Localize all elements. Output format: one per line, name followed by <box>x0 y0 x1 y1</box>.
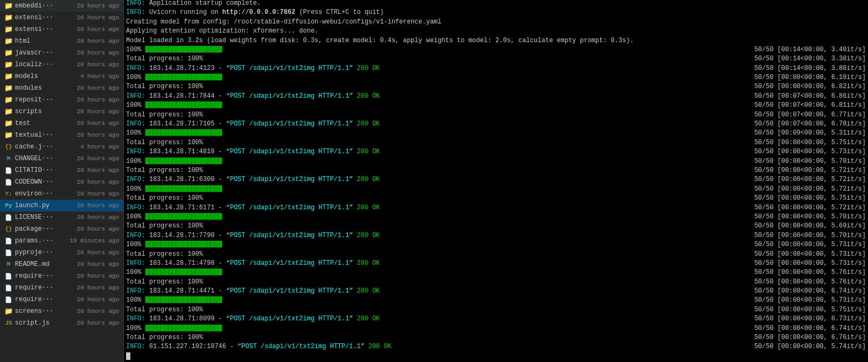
file-name: require··· <box>15 272 75 280</box>
sidebar-item-localiz[interactable]: 📁localiz···20 hours ago <box>0 59 123 70</box>
sidebar-item-modules[interactable]: 📁modules20 hours ago <box>0 82 123 94</box>
sidebar-item-cache[interactable]: {}cache.j···4 hours ago <box>0 141 123 153</box>
sidebar-item-launch[interactable]: Pylaunch.py20 hours ago <box>0 200 123 211</box>
sidebar-item-package1[interactable]: {}package···20 hours ago <box>0 223 123 235</box>
sidebar-item-javascr[interactable]: 📁javascr···20 hours ago <box>0 47 123 59</box>
file-time: 20 hours ago <box>77 226 119 232</box>
terminal-line: INFO: 183.14.28.71:4471 - “POST /sdapi/v… <box>126 287 866 296</box>
terminal-line: INFO: 183.14.28.71:7105 - “POST /sdapi/v… <box>126 120 866 129</box>
file-name: textual··· <box>15 131 75 139</box>
terminal-line: Total progress: 100%50/50 [00:08<00:00, … <box>126 333 866 342</box>
terminal-line: INFO: 183.14.28.71:4810 - “POST /sdapi/v… <box>126 147 866 156</box>
file-time: 20 hours ago <box>77 61 119 68</box>
file-time: 20 hours ago <box>77 285 119 291</box>
terminal-line: INFO: 61.151.227.102:18746 - “POST /sdap… <box>126 342 866 351</box>
sidebar-item-models[interactable]: 📁models4 hours ago <box>0 70 123 82</box>
sidebar-item-scripts[interactable]: 📁scripts20 hours ago <box>0 106 123 117</box>
file-name: package··· <box>15 225 75 233</box>
sidebar-item-html[interactable]: 📁html20 hours ago <box>0 35 123 47</box>
folder-icon: 📁 <box>4 84 13 92</box>
sidebar-item-screens[interactable]: 📁screens···20 hours ago <box>0 305 123 317</box>
file-time: 4 hours ago <box>80 73 119 80</box>
env-icon: Y: <box>4 190 13 198</box>
sidebar-item-pyproje[interactable]: 📄pyproje···20 hours ago <box>0 247 123 258</box>
file-time: 19 minutes ago <box>70 238 119 244</box>
file-time: 20 hours ago <box>77 155 119 162</box>
terminal-output: 2023-12-13 05:56:27.177 - ControlNet - I… <box>124 0 868 362</box>
file-name: launch.py <box>15 202 75 209</box>
terminal-line: INFO: Application startup complete. <box>126 0 866 8</box>
file-time: 20 hours ago <box>77 214 119 221</box>
file-time: 20 hours ago <box>77 308 119 314</box>
js-icon: JS <box>4 319 13 327</box>
terminal-line: 100% ████████████████████50/50 [00:08<00… <box>126 73 866 82</box>
file-icon: 📄 <box>4 166 13 175</box>
file-time: 20 hours ago <box>77 249 119 256</box>
sidebar-item-codeown[interactable]: 📄CODEOWN···20 hours ago <box>0 176 123 188</box>
file-name: modules <box>15 84 75 92</box>
terminal-line: 100% ████████████████████50/50 [00:08<00… <box>126 213 866 222</box>
sidebar-item-params[interactable]: 📄params.···19 minutes ago <box>0 235 123 247</box>
file-name: javascr··· <box>15 49 75 57</box>
file-time: 20 hours ago <box>77 167 119 174</box>
sidebar-item-require1[interactable]: 📄require···20 hours ago <box>0 270 123 282</box>
file-name: cache.j··· <box>15 143 78 151</box>
file-name: html <box>15 37 75 45</box>
file-time: 20 hours ago <box>77 296 119 303</box>
folder-icon: 📁 <box>4 25 13 34</box>
folder-icon: 📁 <box>4 119 13 128</box>
file-icon: 📄 <box>4 272 13 280</box>
sidebar-item-readme[interactable]: MREADME.md20 hours ago <box>0 258 123 270</box>
py-icon: Py <box>4 201 13 210</box>
file-time: 20 hours ago <box>77 97 119 103</box>
sidebar-item-changel[interactable]: MCHANGEL···20 hours ago <box>0 153 123 164</box>
terminal-line: Total progress: 100%50/50 [00:08<00:00, … <box>126 194 866 203</box>
file-name: require··· <box>15 296 75 303</box>
file-name: reposit··· <box>15 96 75 104</box>
sidebar-item-test[interactable]: 📁test20 hours ago <box>0 117 123 129</box>
file-name: test <box>15 120 75 127</box>
file-name: CHANGEL··· <box>15 155 75 162</box>
file-name: script.js <box>15 319 75 327</box>
terminal-line: Creating model from config: /root/stable… <box>126 18 866 27</box>
terminal-line: 100% ████████████████████50/50 [00:08<00… <box>126 157 866 166</box>
folder-icon: 📁 <box>4 13 13 22</box>
file-time: 20 hours ago <box>77 261 119 267</box>
json-icon: {} <box>4 225 13 233</box>
terminal-line: INFO: 183.14.28.71:6171 - “POST /sdapi/v… <box>126 203 866 213</box>
file-name: LICENSE··· <box>15 214 75 221</box>
file-time: 20 hours ago <box>77 320 119 326</box>
sidebar-item-require3[interactable]: 📄require···20 hours ago <box>0 294 123 305</box>
terminal-line: 100% ████████████████████50/50 [00:14<00… <box>126 45 866 54</box>
terminal-line: 100% ████████████████████50/50 [00:08<00… <box>126 240 866 249</box>
file-name: README.md <box>15 261 75 268</box>
terminal-line: INFO: 183.14.28.71:8099 - “POST /sdapi/v… <box>126 314 866 324</box>
sidebar-item-license[interactable]: 📄LICENSE···20 hours ago <box>0 211 123 223</box>
file-time: 20 hours ago <box>77 132 119 138</box>
terminal-cursor <box>126 352 866 361</box>
md-icon: M <box>4 154 13 163</box>
sidebar-item-extensi2[interactable]: 📁extensi···20 hours ago <box>0 23 123 35</box>
file-name: localiz··· <box>15 61 75 68</box>
folder-icon: 📁 <box>4 96 13 104</box>
terminal-line: Total progress: 100%50/50 [00:08<00:00, … <box>126 250 866 259</box>
json-icon: {} <box>4 143 13 151</box>
sidebar-item-reposit[interactable]: 📁reposit···20 hours ago <box>0 94 123 106</box>
file-name: extensi··· <box>15 14 75 21</box>
file-time: 20 hours ago <box>77 120 119 127</box>
file-time: 20 hours ago <box>77 108 119 115</box>
terminal-line: Total progress: 100%50/50 [00:14<00:00, … <box>126 54 866 64</box>
sidebar-item-extensi1[interactable]: 📁extensi···20 hours ago <box>0 12 123 23</box>
sidebar-item-textual[interactable]: 📁textual···20 hours ago <box>0 129 123 141</box>
terminal-line: Total progress: 100%50/50 [00:08<00:00, … <box>126 305 866 314</box>
folder-icon: 📁 <box>4 131 13 139</box>
file-name: screens··· <box>15 308 75 315</box>
sidebar-item-embeddi[interactable]: 📁embeddi···20 hours ago <box>0 0 123 12</box>
sidebar-item-citatio[interactable]: 📄CITATIO···20 hours ago <box>0 164 123 176</box>
folder-icon: 📁 <box>4 307 13 316</box>
sidebar-item-environ[interactable]: Y:environ···20 hours ago <box>0 188 123 200</box>
folder-icon: 📁 <box>4 2 13 10</box>
file-name: CODEOWN··· <box>15 178 75 186</box>
sidebar-item-scriptjs[interactable]: JSscript.js20 hours ago <box>0 317 123 329</box>
sidebar-item-require2[interactable]: 📄require···20 hours ago <box>0 282 123 294</box>
